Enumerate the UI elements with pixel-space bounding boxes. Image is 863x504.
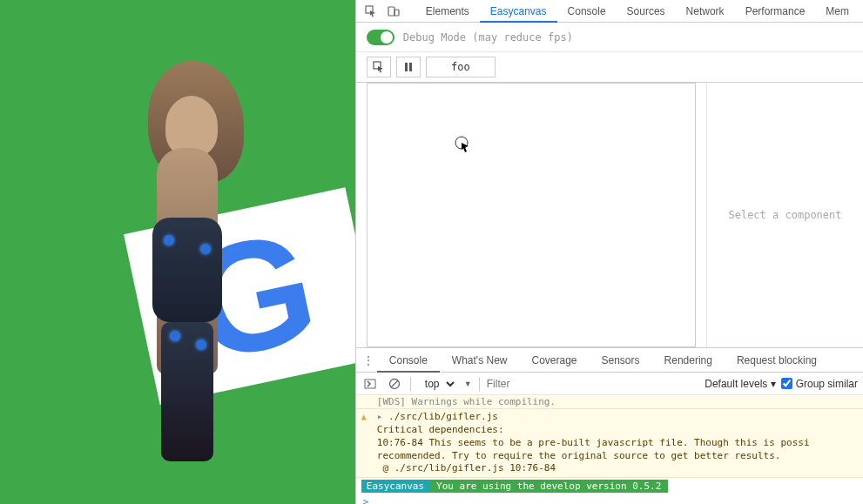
chevron-down-icon: ▼: [464, 380, 472, 388]
devtools-panel: Elements Easycanvas Console Sources Netw…: [355, 0, 863, 504]
tab-memory[interactable]: Mem: [815, 0, 860, 23]
version-message: You are using the develop version 0.5.2: [429, 480, 668, 493]
tab-elements[interactable]: Elements: [415, 0, 480, 23]
debug-mode-label: Debug Mode (may reduce fps): [403, 31, 573, 44]
log-levels-select[interactable]: Default levels ▾: [705, 378, 775, 390]
select-element-button[interactable]: [367, 57, 391, 77]
console-log-area: [WDS] Warnings while compiling. ▸ ./src/…: [356, 395, 863, 504]
svg-rect-2: [394, 10, 399, 16]
drawer-menu-icon[interactable]: ⋮: [360, 354, 377, 366]
selected-item-label: foo: [426, 57, 496, 77]
easycanvas-controls: foo: [356, 52, 863, 82]
component-details-placeholder: Select a component: [706, 83, 863, 347]
debug-mode-toggle[interactable]: [367, 30, 394, 45]
tab-network[interactable]: Network: [676, 0, 735, 23]
group-similar-checkbox[interactable]: Group similar: [781, 378, 858, 390]
pause-button[interactable]: [396, 57, 421, 77]
clear-console-icon[interactable]: [386, 375, 403, 393]
svg-line-9: [391, 380, 398, 387]
drawer-tab-requestblocking[interactable]: Request blocking: [725, 348, 829, 373]
drawer-tabbar: ⋮ Console What's New Coverage Sensors Re…: [356, 348, 863, 373]
tab-sources[interactable]: Sources: [617, 0, 676, 23]
canvas-preview: G: [0, 0, 355, 504]
easycanvas-main: Select a component: [356, 82, 863, 347]
drawer-tab-coverage[interactable]: Coverage: [519, 348, 589, 373]
console-info: Easycanvas You are using the develop ver…: [356, 478, 863, 494]
console-filter-input[interactable]: [487, 378, 617, 390]
easycanvas-badge: Easycanvas: [361, 480, 429, 493]
svg-rect-5: [409, 63, 412, 71]
tab-easycanvas[interactable]: Easycanvas: [480, 0, 557, 23]
svg-rect-1: [388, 7, 394, 16]
console-warning[interactable]: ▸ ./src/lib/gifler.js Critical dependenc…: [356, 409, 863, 478]
group-similar-label: Group similar: [796, 378, 858, 390]
drawer-tab-console[interactable]: Console: [377, 348, 440, 373]
drawer-tab-whatsnew[interactable]: What's New: [440, 348, 520, 373]
devtools-drawer: ⋮ Console What's New Coverage Sensors Re…: [356, 347, 863, 504]
console-toolbar: top ▼ Default levels ▾ Group similar: [356, 373, 863, 395]
device-icon[interactable]: [382, 0, 405, 23]
devtools-tabbar: Elements Easycanvas Console Sources Netw…: [356, 0, 863, 23]
tab-performance[interactable]: Performance: [735, 0, 816, 23]
tab-console[interactable]: Console: [557, 0, 617, 23]
component-tree[interactable]: [367, 83, 696, 347]
cursor-icon: [455, 136, 472, 153]
easycanvas-toolbar: Debug Mode (may reduce fps): [356, 23, 863, 52]
inspect-icon[interactable]: [360, 0, 382, 23]
svg-rect-4: [405, 63, 408, 71]
character-sprite: [122, 61, 296, 487]
console-sidebar-icon[interactable]: [361, 375, 379, 393]
console-prompt[interactable]: >: [356, 494, 863, 504]
console-log-line: [WDS] Warnings while compiling.: [356, 395, 863, 409]
drawer-tab-rendering[interactable]: Rendering: [652, 348, 725, 373]
console-context-select[interactable]: top: [418, 375, 457, 393]
drawer-tab-sensors[interactable]: Sensors: [590, 348, 652, 373]
